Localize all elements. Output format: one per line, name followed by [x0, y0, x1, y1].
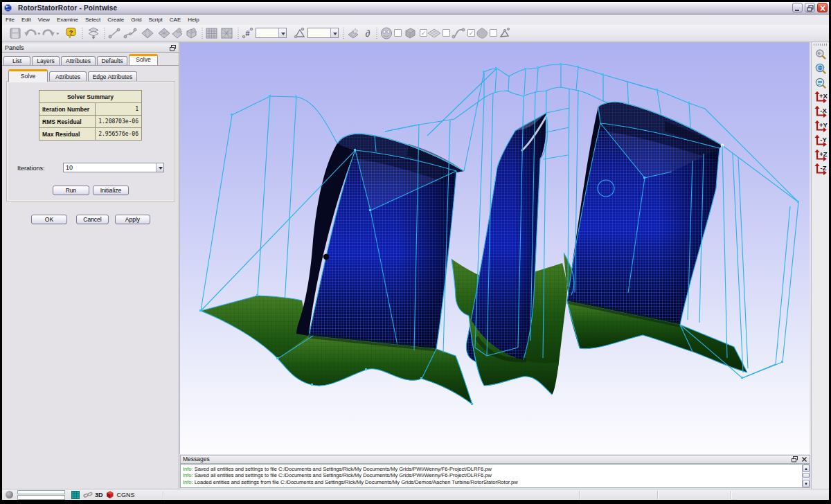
- shade-checkbox[interactable]: [394, 29, 402, 37]
- selected-point: [323, 254, 329, 260]
- spacing-visibility-checkbox[interactable]: [490, 29, 497, 37]
- view-minus-y-button[interactable]: -Y: [814, 134, 828, 147]
- menu-help[interactable]: Help: [184, 15, 202, 25]
- dimension-combo[interactable]: [256, 28, 287, 38]
- svg-text:-X: -X: [820, 107, 827, 114]
- angle-combo-arrow[interactable]: [330, 28, 338, 37]
- status-bar: 3D CGNS: [2, 489, 829, 500]
- row-value: 2.956576e-06: [96, 128, 142, 141]
- help-icon[interactable]: ?: [65, 27, 78, 39]
- tab-solve[interactable]: Solve: [129, 54, 158, 65]
- view-plus-x-button[interactable]: +X: [814, 91, 828, 103]
- connector-curve-icon[interactable]: [451, 27, 466, 39]
- block-icon[interactable]: [403, 27, 417, 39]
- messages-scrollbar[interactable]: ▲ ▼: [802, 464, 810, 488]
- spacing-icon[interactable]: [497, 27, 512, 39]
- app-logo-icon: [4, 4, 12, 12]
- angle-combo[interactable]: [307, 28, 339, 38]
- segment-icon[interactable]: [107, 27, 121, 39]
- minimize-button[interactable]: [792, 3, 803, 12]
- title-bar: RotorStatorRotor - Pointwise: [2, 2, 829, 15]
- tab-solve-inner[interactable]: Solve: [8, 69, 48, 82]
- apply-button[interactable]: Apply: [115, 215, 150, 224]
- iterations-label: Iterations:: [17, 165, 45, 172]
- zoom-box-icon[interactable]: [814, 77, 827, 89]
- mesh-surface-icon[interactable]: [157, 27, 171, 39]
- scroll-down-button[interactable]: ▼: [803, 480, 810, 487]
- tab-edge-attributes-inner[interactable]: Edge Attributes: [88, 71, 137, 82]
- menu-examine[interactable]: Examine: [53, 15, 82, 25]
- tab-defaults[interactable]: Defaults: [97, 56, 127, 65]
- log-line: Info: Loaded entities and settings from …: [183, 479, 802, 485]
- iterations-value[interactable]: 10: [66, 164, 73, 171]
- tab-divider: [2, 65, 179, 66]
- run-button[interactable]: Run: [53, 186, 89, 195]
- panels-title: Panels: [2, 44, 179, 53]
- redo-icon[interactable]: [42, 27, 59, 39]
- row-label: Max Residual: [39, 128, 96, 141]
- menu-script[interactable]: Script: [145, 15, 166, 25]
- unstructured-grid-icon[interactable]: [220, 27, 234, 39]
- tab-list[interactable]: List: [3, 56, 30, 65]
- flat-grid-icon[interactable]: [427, 27, 441, 39]
- menu-cae[interactable]: CAE: [166, 15, 184, 25]
- float-messages-icon[interactable]: [792, 456, 798, 462]
- tab-attributes-inner[interactable]: Attributes: [49, 71, 87, 82]
- window-title: RotorStatorRotor - Pointwise: [18, 4, 117, 12]
- initialize-button[interactable]: Initialize: [93, 186, 129, 195]
- messages-list[interactable]: Info: Saved all entities and settings to…: [180, 464, 802, 488]
- scroll-up-button[interactable]: ▲: [803, 465, 810, 472]
- iterations-dropdown-arrow[interactable]: [156, 163, 163, 172]
- examine-surface-icon[interactable]: [346, 27, 361, 39]
- tab-attributes[interactable]: Attributes: [61, 56, 96, 65]
- zoom-previous-icon[interactable]: [814, 48, 827, 60]
- mask-icon[interactable]: [379, 27, 393, 39]
- toolbar-grip[interactable]: [814, 44, 828, 46]
- statusbar-separator: [163, 491, 163, 499]
- tab-layers[interactable]: Layers: [32, 56, 60, 65]
- menu-file[interactable]: File: [2, 15, 18, 25]
- surface-icon[interactable]: [141, 27, 154, 39]
- close-messages-icon[interactable]: [801, 456, 807, 462]
- angle-combo-value[interactable]: [308, 28, 330, 37]
- panels-title-label: Panels: [5, 44, 24, 51]
- menu-select[interactable]: Select: [82, 15, 104, 25]
- block-wrench-icon[interactable]: [185, 27, 200, 39]
- close-button[interactable]: [817, 3, 828, 12]
- block-visibility-checkbox[interactable]: ✓: [420, 29, 427, 37]
- 3d-viewport[interactable]: [179, 42, 810, 454]
- menu-view[interactable]: View: [35, 15, 53, 25]
- angle-icon[interactable]: [292, 27, 307, 39]
- curve-icon[interactable]: [123, 27, 137, 39]
- view-plus-z-button[interactable]: +Z: [814, 149, 828, 161]
- view-minus-z-button[interactable]: -Z: [814, 163, 828, 175]
- menu-grid[interactable]: Grid: [127, 15, 145, 25]
- ok-button[interactable]: OK: [31, 215, 67, 224]
- undo-icon[interactable]: [24, 27, 40, 39]
- save-icon[interactable]: [9, 27, 21, 39]
- dimension-icon[interactable]: #: [241, 27, 255, 39]
- scroll-thumb[interactable]: [803, 473, 810, 478]
- float-panel-icon[interactable]: [170, 45, 176, 51]
- menu-create[interactable]: Create: [104, 15, 127, 25]
- iterations-input[interactable]: 10: [63, 163, 164, 172]
- dimension-combo-value[interactable]: [256, 28, 278, 37]
- view-plus-y-button[interactable]: +Y: [814, 120, 828, 132]
- connector-visibility-checkbox[interactable]: ✓: [467, 29, 475, 37]
- dimension-combo-arrow[interactable]: [278, 28, 286, 37]
- row-value: 1.208703e-06: [96, 116, 142, 128]
- cae-solver-label: CGNS: [117, 492, 135, 498]
- domain-icon[interactable]: [475, 27, 489, 39]
- view-minus-x-button[interactable]: -X: [814, 105, 828, 118]
- domain-visibility-checkbox[interactable]: [443, 29, 450, 37]
- cancel-button[interactable]: Cancel: [76, 215, 109, 224]
- assemble-wrench-icon[interactable]: [170, 27, 186, 39]
- messages-panel: Messages Info: Saved all entities and se: [179, 454, 811, 489]
- structured-grid-icon[interactable]: [205, 27, 219, 39]
- restore-button[interactable]: [805, 3, 815, 12]
- partial-derivative-icon[interactable]: ∂: [362, 27, 373, 39]
- stack-icon[interactable]: [87, 27, 100, 39]
- menu-bar: File Edit View Examine Select Create Gri…: [2, 15, 829, 25]
- zoom-extents-icon[interactable]: [814, 62, 827, 75]
- menu-edit[interactable]: Edit: [18, 15, 35, 25]
